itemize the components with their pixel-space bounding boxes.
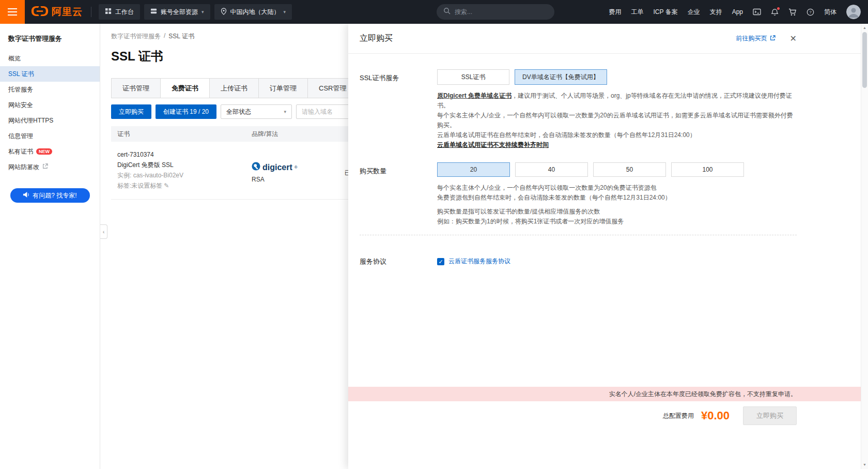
sidebar-item-label: 私有证书 [8, 147, 33, 156]
sidebar-item-label: 托管服务 [8, 85, 33, 94]
sidebar-collapse-handle[interactable]: ‹ [100, 224, 107, 239]
edit-tag-icon[interactable]: ✎ [164, 182, 169, 189]
resource-label: 账号全部资源 [161, 8, 198, 17]
quantity-option-20[interactable]: 20 [437, 162, 510, 177]
quantity-desc-2: 免费资源包到自然年结束时，会自动清除未签发的数量（每个自然年12月31日24:0… [437, 193, 797, 203]
buy-now-button[interactable]: 立即购买 [111, 104, 151, 119]
service-row: SSL证书服务 SSL证书 DV单域名证书【免费试用】 原DIgicert 免费… [360, 69, 797, 150]
cert-tag-label: 标签:未设置标签 [117, 182, 162, 189]
column-header-brand: 品牌/算法 [252, 130, 345, 139]
tab-free-cert[interactable]: 免费证书 [160, 78, 210, 98]
service-options: SSL证书 DV单域名证书【免费试用】 [437, 69, 797, 85]
status-filter-select[interactable]: 全部状态 ▾ [221, 104, 292, 119]
drawer-body: SSL证书服务 SSL证书 DV单域名证书【免费试用】 原DIgicert 免费… [348, 54, 868, 266]
language-switcher[interactable]: 简体 [824, 8, 836, 17]
tab-cert-management[interactable]: 证书管理 [111, 78, 161, 98]
sidebar-item-web-security[interactable]: 网站安全 [0, 97, 100, 113]
service-desc-bold: 云盾单域名试用证书不支持续费补齐时间 [437, 141, 549, 148]
quantity-label: 购买数量 [360, 162, 437, 226]
region-dropdown[interactable]: 中国内地（大陆） ▾ [214, 4, 292, 20]
tab-order-management[interactable]: 订单管理 [258, 78, 308, 98]
status-filter-value: 全部状态 [226, 108, 251, 116]
quantity-desc-4: 例如：购买数量为1的时候，将购买1张证书或者一次对应的增值服务 [437, 217, 797, 226]
console-terminal-icon[interactable] [753, 8, 761, 16]
aliyun-logo-text: 阿里云 [52, 5, 83, 19]
column-header-cert: 证书 [111, 130, 252, 139]
quantity-options: 20 40 50 100 [437, 162, 797, 177]
drawer-title: 立即购买 [360, 33, 736, 44]
sidebar-item-https-proxy[interactable]: 网站代理HTTPS [0, 113, 100, 128]
notification-bell-icon[interactable] [771, 8, 779, 16]
cert-instance: 实例: cas-ivauto-Bi02eV [117, 170, 252, 180]
registered-mark: ® [295, 165, 298, 170]
sidebar-item-hosting[interactable]: 托管服务 [0, 82, 100, 97]
quantity-option-100[interactable]: 100 [671, 162, 744, 177]
cert-cell: cert-7310374 DigiCert 免费版 SSL 实例: cas-iv… [111, 149, 252, 191]
close-icon[interactable]: ✕ [790, 35, 797, 43]
cart-icon[interactable] [788, 8, 797, 16]
external-link-icon [770, 35, 776, 42]
goto-purchase-page-link[interactable]: 前往购买页 [736, 34, 776, 43]
topbar-link-enterprise[interactable]: 企业 [688, 8, 700, 17]
sidebar-item-private-cert[interactable]: 私有证书 NEW [0, 144, 100, 159]
service-desc-line2: 每个实名主体个人/企业，一个自然年内可以领取一次数量为20的云盾单域名试用证书，… [437, 111, 797, 130]
sidebar-item-label: SSL 证书 [8, 70, 34, 79]
aliyun-logo[interactable]: 阿里云 [31, 5, 83, 19]
topbar-link-billing[interactable]: 费用 [609, 8, 622, 17]
topbar-link-support[interactable]: 支持 [710, 8, 722, 17]
quantity-option-50[interactable]: 50 [593, 162, 666, 177]
search-input[interactable] [455, 8, 542, 16]
digicert-logo: digicert ® [252, 162, 345, 173]
purchase-drawer: 立即购买 前往购买页 ✕ SSL证书服务 SSL证书 DV单域名证书【免费试用】… [348, 24, 868, 469]
scrollbar-thumb[interactable] [862, 32, 867, 88]
topbar-link-app[interactable]: App [732, 8, 743, 16]
sidebar-item-anti-tamper[interactable]: 网站防篡改 [0, 159, 100, 175]
sidebar-item-info-management[interactable]: 信息管理 [0, 128, 100, 144]
topbar-divider [91, 7, 91, 17]
quantity-description-2: 购买数量是指可以签发证书的数量/提供相应增值服务的次数 例如：购买数量为1的时候… [437, 207, 797, 226]
quantity-option-40[interactable]: 40 [515, 162, 588, 177]
workbench-grid-icon [105, 8, 112, 16]
cert-product: DigiCert 免费版 SSL [117, 160, 252, 170]
cert-algorithm: RSA [252, 176, 345, 183]
cert-name: cert-7310374 [117, 149, 252, 160]
vertical-scrollbar[interactable]: ▲ ▼ [861, 24, 868, 469]
menu-toggle-button[interactable] [0, 0, 25, 24]
location-pin-icon [221, 8, 227, 17]
drawer-buy-now-button[interactable]: 立即购买 [743, 406, 797, 425]
global-search[interactable] [437, 4, 554, 20]
new-badge: NEW [36, 148, 52, 155]
scroll-up-arrow[interactable]: ▲ [861, 24, 868, 32]
tab-upload-cert[interactable]: 上传证书 [209, 78, 259, 98]
external-link-icon [42, 163, 48, 171]
option-ssl-cert[interactable]: SSL证书 [437, 69, 509, 85]
svg-text:?: ? [809, 10, 812, 14]
quantity-row: 购买数量 20 40 50 100 每个实名主体个人/企业，一个自然年内可以领取… [360, 162, 797, 226]
help-icon[interactable]: ? [807, 8, 814, 16]
ask-expert-button[interactable]: 有问题? 找专家! [10, 188, 90, 203]
notification-dot [777, 7, 780, 10]
dashed-divider [360, 235, 797, 235]
avatar[interactable] [846, 5, 861, 19]
digicert-free-cert-link[interactable]: 原DIgicert 免费单域名证书 [437, 92, 512, 99]
search-icon [443, 7, 451, 17]
agreement-checkbox[interactable]: ✓ [437, 258, 444, 265]
brand-cell: digicert ® RSA [252, 149, 345, 191]
resource-icon [150, 8, 157, 16]
sidebar-item-overview[interactable]: 概览 [0, 51, 100, 66]
workbench-button[interactable]: 工作台 [99, 4, 140, 20]
option-dv-free-cert[interactable]: DV单域名证书【免费试用】 [515, 69, 607, 85]
quantity-description: 每个实名主体个人/企业，一个自然年内可以领取一次数量为20的免费证书资源包 免费… [437, 183, 797, 203]
scroll-down-arrow[interactable]: ▼ [861, 461, 868, 468]
resource-dropdown[interactable]: 账号全部资源 ▾ [144, 4, 210, 20]
agreement-row: 服务协议 ✓ 云盾证书服务服务协议 [360, 253, 797, 266]
topbar-link-ticket[interactable]: 工单 [631, 8, 644, 17]
create-cert-button[interactable]: 创建证书 19 / 20 [156, 104, 216, 119]
topbar-link-icp[interactable]: ICP 备案 [654, 8, 678, 17]
digicert-logo-icon [252, 162, 260, 173]
agreement-link[interactable]: 云盾证书服务服务协议 [448, 257, 510, 266]
chevron-down-icon: ▾ [284, 9, 286, 14]
sidebar-item-label: 信息管理 [8, 132, 33, 141]
sidebar-item-ssl-cert[interactable]: SSL 证书 [0, 66, 100, 82]
breadcrumb-root[interactable]: 数字证书管理服务 [111, 32, 161, 41]
